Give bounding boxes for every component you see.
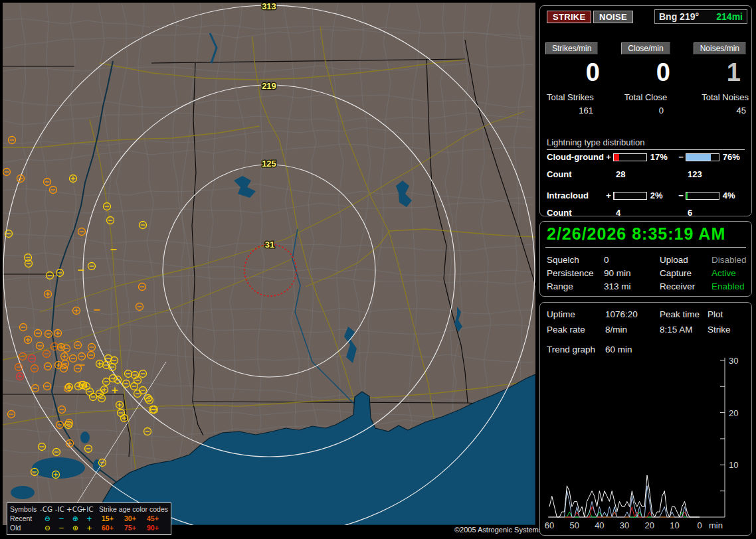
cg-neg-count: 123 — [688, 169, 702, 179]
receiver-label: Receiver — [660, 281, 695, 291]
strike-counters-panel: STRIKE NOISE Bng 219° 214mi Strikes/min … — [539, 5, 752, 216]
bearing-label: Bng 219° — [659, 11, 699, 22]
svg-text:313: 313 — [262, 3, 276, 11]
range-value: 313 mi — [604, 281, 631, 291]
uptime-value: 1076:20 — [605, 309, 638, 319]
trend-graph-label: Trend graph — [547, 345, 595, 354]
ic-pos-pct: 2% — [650, 191, 676, 200]
cloud-ground-count-row: Count 28 123 — [547, 169, 749, 179]
svg-text:30: 30 — [729, 356, 738, 366]
minus-sign: − — [676, 191, 686, 200]
ic-neg-count: 6 — [688, 208, 692, 218]
noises-per-min-value: 1 — [681, 56, 751, 88]
status-panel: 2/26/2026 8:35:19 AM Squelch 0 Upload Di… — [539, 221, 752, 297]
persistence-label: Persistence — [547, 268, 594, 278]
svg-text:min: min — [709, 520, 723, 530]
legend-col-cg-neg: -CG — [39, 504, 52, 514]
totals-values-row: 161 0 45 — [540, 106, 751, 116]
totals-labels-row: Total Strikes Total Close Total Noises — [540, 92, 751, 102]
squelch-value: 0 — [604, 255, 609, 265]
svg-text:125: 125 — [262, 159, 276, 169]
svg-text:31: 31 — [265, 240, 274, 250]
intracloud-label: Intracloud — [547, 191, 604, 200]
svg-text:0: 0 — [697, 520, 702, 530]
upload-label: Upload — [660, 255, 688, 265]
recent-ic-neg-icon: − — [54, 514, 68, 523]
total-strikes-label: Total Strikes — [540, 92, 611, 102]
peak-rate-value: 8/min — [605, 325, 627, 335]
svg-text:60: 60 — [545, 520, 554, 530]
strike-mode-button[interactable]: STRIKE — [547, 11, 591, 23]
close-per-min-value: 0 — [611, 56, 681, 88]
cg-neg-bar — [686, 153, 719, 161]
strikes-per-min-button[interactable]: Strikes/min — [545, 42, 598, 54]
plot-mode-value: Strike — [708, 325, 731, 335]
lightning-detector-app: { "window": { "copyright": "©2005 Astrog… — [0, 0, 756, 539]
cg-pos-count: 28 — [616, 169, 688, 179]
count-label: Count — [547, 169, 616, 179]
svg-text:40: 40 — [595, 520, 604, 530]
lightning-map-display: 31321912531 Symbols -CG -IC +CG +IC Stri… — [3, 3, 535, 525]
age-code-30: 30+ — [119, 514, 142, 523]
bearing-readout: Bng 219° 214mi — [654, 9, 747, 24]
bearing-distance: 214mi — [716, 11, 743, 22]
total-close-value: 0 — [611, 106, 681, 116]
capture-state: Active — [711, 268, 736, 278]
receiver-state: Enabled — [711, 281, 745, 291]
legend-old-label: Old — [10, 523, 41, 532]
legend-recent-row: Recent ⊖ − ⊕ + 15+ 30+ 45+ — [10, 514, 168, 523]
legend-age-header: Strike age color codes — [94, 504, 168, 514]
legend-col-ic-neg: -IC — [53, 504, 66, 514]
peak-rate-label: Peak rate — [547, 325, 585, 335]
age-code-45: 45+ — [142, 514, 164, 523]
noises-per-min-button[interactable]: Noises/min — [694, 42, 746, 54]
legend-col-cg-pos: +CG — [66, 504, 80, 514]
peak-time-label: Peak time — [660, 309, 700, 319]
legend-recent-label: Recent — [10, 514, 41, 523]
minus-sign: − — [676, 152, 686, 162]
svg-text:20: 20 — [729, 408, 738, 418]
intracloud-count-row: Count 4 6 — [547, 208, 749, 218]
distribution-header: Lightning type distribution — [547, 137, 745, 150]
svg-text:50: 50 — [569, 520, 579, 530]
noise-mode-button[interactable]: NOISE — [593, 11, 633, 23]
legend-col-ic-pos: +IC — [80, 504, 94, 514]
old-cg-pos-icon: ⊕ — [68, 523, 82, 532]
squelch-label: Squelch — [547, 255, 579, 265]
svg-text:219: 219 — [262, 81, 276, 91]
total-noises-value: 45 — [681, 106, 751, 116]
old-ic-neg-icon: − — [54, 523, 68, 532]
map-symbol-legend: Symbols -CG -IC +CG +IC Strike age color… — [7, 502, 171, 535]
recent-cg-pos-icon: ⊕ — [68, 514, 82, 523]
legend-old-row: Old ⊖ − ⊕ + 60+ 75+ 90+ — [10, 523, 168, 532]
old-cg-neg-icon: ⊖ — [41, 523, 54, 532]
copyright-text: ©2005 Astrogenic Systems — [454, 526, 542, 534]
svg-text:20: 20 — [644, 520, 654, 530]
cg-pos-pct: 17% — [650, 152, 676, 162]
trend-panel: Uptime 1076:20 Peak time Plot Peak rate … — [539, 302, 752, 536]
age-code-90: 90+ — [142, 523, 164, 532]
legend-symbols-header: Symbols — [10, 504, 39, 514]
rate-values-row: 0 0 1 — [540, 56, 751, 88]
age-code-75: 75+ — [119, 523, 142, 532]
range-label: Range — [547, 281, 573, 291]
ic-neg-bar — [686, 192, 719, 200]
recent-cg-neg-icon: ⊖ — [41, 514, 54, 523]
cloud-ground-row: Cloud-ground + 17% − 76% — [547, 152, 749, 162]
rate-buttons-row: Strikes/min Close/min Noises/min — [540, 42, 751, 54]
cg-pos-bar — [613, 153, 647, 161]
ic-neg-pct: 4% — [723, 191, 749, 200]
svg-text:10: 10 — [729, 460, 738, 470]
plus-sign: + — [604, 191, 613, 200]
trend-chart: 1020306050403020100min — [540, 303, 753, 535]
recent-ic-pos-icon: + — [82, 514, 96, 523]
uptime-label: Uptime — [547, 309, 575, 319]
total-noises-label: Total Noises — [681, 92, 751, 102]
close-per-min-button[interactable]: Close/min — [621, 42, 670, 54]
total-strikes-value: 161 — [540, 106, 611, 116]
intracloud-row: Intracloud + 2% − 4% — [547, 191, 749, 200]
strikes-per-min-value: 0 — [540, 56, 611, 88]
svg-text:30: 30 — [620, 520, 629, 530]
plot-label: Plot — [708, 309, 723, 319]
legend-header-row: Symbols -CG -IC +CG +IC Strike age color… — [10, 504, 168, 514]
